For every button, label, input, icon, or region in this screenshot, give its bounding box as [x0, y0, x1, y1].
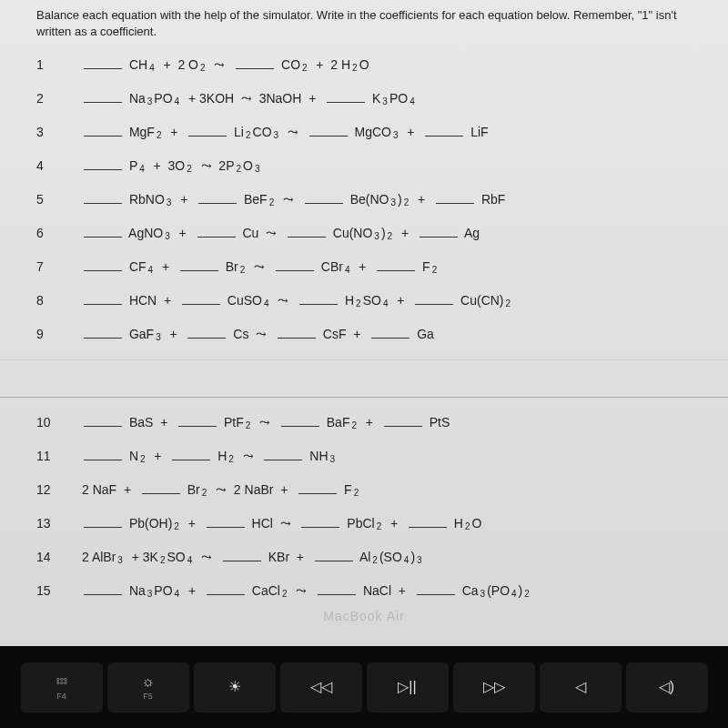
equation-text: Ga [413, 327, 434, 341]
coefficient-blank[interactable] [84, 225, 122, 238]
coefficient-blank[interactable] [142, 481, 180, 494]
subscript: 4 [175, 96, 180, 106]
coefficient-blank[interactable] [84, 515, 122, 528]
equation-text: + [400, 125, 422, 139]
subscript: 3 [382, 96, 388, 106]
coefficient-blank[interactable] [207, 515, 245, 528]
coefficient-blank[interactable] [188, 124, 227, 136]
coefficient-blank[interactable] [371, 326, 410, 339]
coefficient-blank[interactable] [299, 292, 338, 305]
equation-text: Br [222, 259, 238, 274]
coefficient-blank[interactable] [415, 292, 453, 305]
equation-text: K [369, 91, 380, 106]
equation-number: 11 [36, 449, 82, 463]
subscript: 2 [351, 420, 357, 430]
equation-text: RbF [478, 192, 505, 207]
coefficient-blank[interactable] [417, 582, 455, 595]
coefficient-blank[interactable] [84, 157, 122, 170]
coefficient-blank[interactable] [197, 225, 236, 238]
coefficient-blank[interactable] [172, 448, 210, 460]
subscript: 2 [187, 164, 192, 174]
key-icon: ◁ [575, 678, 586, 695]
equation-text: ) [398, 192, 402, 207]
equation-content: CF4 + Br2 ⤳ CBr4 + F2 [82, 258, 437, 274]
coefficient-blank[interactable] [318, 582, 356, 595]
key-icon: ☼ [141, 673, 155, 690]
coefficient-blank[interactable] [278, 326, 316, 339]
subscript: 2 [202, 488, 207, 498]
subscript: 4 [187, 555, 193, 565]
subscript: 2 [377, 521, 382, 531]
coefficient-blank[interactable] [288, 225, 326, 238]
coefficient-blank[interactable] [84, 414, 122, 427]
equation-text: HCl ⤳ [248, 516, 298, 531]
coefficient-blank[interactable] [84, 448, 122, 460]
coefficient-blank[interactable] [301, 515, 339, 528]
coefficient-blank[interactable] [84, 292, 122, 305]
coefficient-blank[interactable] [180, 258, 218, 271]
instructions-text: Balance each equation with the help of t… [36, 7, 692, 40]
coefficient-blank[interactable] [377, 258, 415, 271]
coefficient-blank[interactable] [384, 414, 422, 427]
coefficient-blank[interactable] [425, 124, 463, 136]
section-divider [0, 359, 728, 398]
coefficient-blank[interactable] [84, 258, 122, 271]
equation-text: 2 NaF + [82, 482, 138, 497]
equation-number: 7 [36, 259, 82, 274]
coefficient-blank[interactable] [305, 191, 343, 204]
coefficient-blank[interactable] [276, 258, 314, 271]
equation-number: 5 [36, 192, 82, 207]
coefficient-blank[interactable] [84, 124, 122, 136]
coefficient-blank[interactable] [84, 56, 122, 69]
equation-text: H [214, 449, 227, 463]
equation-text: Cs ⤳ [229, 327, 274, 341]
subscript: 2 [200, 63, 206, 73]
coefficient-blank[interactable] [187, 326, 226, 339]
subscript: 3 [390, 197, 396, 207]
equation-text: O [243, 158, 253, 173]
subscript: 3 [393, 130, 399, 140]
equation-text: ⤳ [276, 192, 301, 207]
coefficient-blank[interactable] [178, 414, 217, 427]
equation-text: H [341, 293, 354, 308]
equation-row: 9 GaF3 + Cs ⤳ CsF + Ga [36, 326, 692, 341]
subscript: 2 [157, 130, 162, 140]
equation-text: Pb(OH) [126, 516, 172, 531]
coefficient-blank[interactable] [436, 191, 474, 204]
coefficient-blank[interactable] [84, 582, 122, 595]
equation-text: CBr [318, 259, 343, 274]
subscript: 3 [165, 231, 170, 241]
subscript: 2 [140, 454, 146, 464]
coefficient-blank[interactable] [84, 90, 122, 103]
subscript: 3 [255, 164, 260, 174]
keyboard-key: ◁◁ [280, 662, 362, 713]
coefficient-blank[interactable] [84, 191, 122, 204]
equation-content: CH4 + 2 O2 ⤳ CO2 + 2 H2O [82, 56, 369, 72]
coefficient-blank[interactable] [264, 448, 302, 460]
coefficient-blank[interactable] [281, 414, 319, 427]
keyboard-row: ⦂⦂⦂F4☼F5☀◁◁▷||▷▷◁◁) [0, 646, 728, 728]
subscript: 3 [167, 197, 172, 207]
subscript: 3 [147, 96, 153, 106]
coefficient-blank[interactable] [327, 90, 365, 103]
coefficient-blank[interactable] [309, 124, 348, 136]
coefficient-blank[interactable] [182, 292, 220, 305]
coefficient-blank[interactable] [84, 326, 122, 339]
keyboard-key: ⦂⦂⦂F4 [21, 662, 103, 713]
keyboard-key: ☀ [194, 662, 276, 713]
equation-text: + [181, 516, 203, 531]
coefficient-blank[interactable] [207, 582, 245, 595]
coefficient-blank[interactable] [420, 225, 458, 238]
coefficient-blank[interactable] [409, 515, 447, 528]
coefficient-blank[interactable] [236, 56, 274, 69]
equation-text: O [472, 516, 482, 531]
equation-row: 6 AgNO3 + Cu ⤳ Cu(NO3)2 + Ag [36, 225, 692, 240]
subscript: 2 [506, 298, 511, 308]
coefficient-blank[interactable] [223, 549, 261, 561]
coefficient-blank[interactable] [198, 191, 237, 204]
coefficient-blank[interactable] [298, 481, 337, 494]
coefficient-blank[interactable] [315, 549, 353, 561]
equation-row: 3 MgF2 + Li2CO3 ⤳ MgCO3 + LiF [36, 124, 692, 139]
equation-row: 11 N2 + H2 ⤳ NH3 [36, 448, 692, 463]
equation-text: ⤳ [280, 125, 306, 139]
